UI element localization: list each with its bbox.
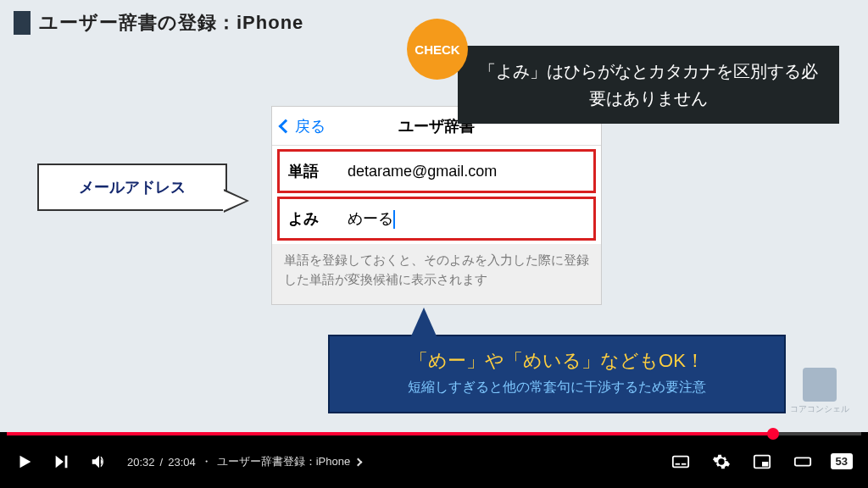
iphone-dictionary-screen: 戻る ユーザ辞書 単語 detarame@gmail.com よみ めーる 単語… bbox=[271, 106, 602, 305]
theater-mode-button[interactable] bbox=[793, 452, 812, 471]
volume-button[interactable] bbox=[90, 452, 108, 471]
back-label: 戻る bbox=[295, 116, 326, 136]
chevron-right-icon bbox=[354, 458, 363, 466]
skip-ad-indicator[interactable]: 53 bbox=[831, 453, 853, 469]
time-display: 20:32 / 23:04 ・ ユーザー辞書登録：iPhone bbox=[127, 454, 361, 469]
svg-rect-2 bbox=[682, 463, 687, 465]
tip-line1: 「めー」や「めいる」などもOK！ bbox=[345, 348, 769, 374]
settings-button[interactable] bbox=[712, 452, 731, 471]
svg-rect-1 bbox=[676, 463, 681, 465]
controls-left: 20:32 / 23:04 ・ ユーザー辞書登録：iPhone bbox=[15, 452, 361, 471]
brand-watermark: コアコンシェル bbox=[790, 368, 849, 415]
word-field-value: detarame@gmail.com bbox=[348, 163, 497, 180]
callout-email-label: メールアドレス bbox=[37, 164, 227, 211]
video-slide: ユーザー辞書の登録：iPhone CHECK 「よみ」はひらがなとカタカナを区別… bbox=[0, 0, 868, 432]
word-field-label: 単語 bbox=[288, 161, 348, 181]
text-cursor bbox=[393, 210, 395, 229]
title-decoration bbox=[14, 11, 31, 35]
svg-rect-5 bbox=[795, 458, 810, 465]
next-button[interactable] bbox=[53, 452, 71, 471]
svg-rect-4 bbox=[762, 462, 768, 467]
duration: 23:04 bbox=[168, 456, 196, 469]
chapter-title[interactable]: ユーザー辞書登録：iPhone bbox=[217, 454, 350, 469]
callout-blue-tip: 「めー」や「めいる」などもOK！ 短縮しすぎると他の常套句に干渉するため要注意 bbox=[328, 335, 786, 413]
back-button[interactable]: 戻る bbox=[281, 116, 326, 136]
chevron-left-icon bbox=[279, 119, 293, 133]
hint-text: 単語を登録しておくと、そのよみを入力した際に登録した単語が変換候補に表示されます bbox=[272, 244, 601, 304]
brand-icon bbox=[803, 368, 837, 402]
tip-line2: 短縮しすぎると他の常套句に干渉するため要注意 bbox=[345, 379, 769, 396]
yomi-field-label: よみ bbox=[288, 208, 348, 229]
controls-right bbox=[671, 452, 853, 471]
player-controls: 20:32 / 23:04 ・ ユーザー辞書登録：iPhone bbox=[0, 435, 868, 488]
check-badge: CHECK bbox=[407, 19, 468, 80]
yomi-field-value: めーる bbox=[348, 208, 395, 229]
play-button[interactable] bbox=[15, 452, 34, 471]
slide-title-bar: ユーザー辞書の登録：iPhone bbox=[14, 10, 303, 36]
yomi-field[interactable]: よみ めーる bbox=[277, 197, 596, 241]
current-time: 20:32 bbox=[127, 456, 155, 469]
brand-text: コアコンシェル bbox=[790, 403, 849, 415]
slide-title: ユーザー辞書の登録：iPhone bbox=[39, 10, 303, 36]
word-field[interactable]: 単語 detarame@gmail.com bbox=[277, 149, 596, 193]
subtitles-button[interactable] bbox=[671, 452, 690, 471]
callout-dark-note: 「よみ」はひらがなとカタカナを区別する必要はありません bbox=[458, 46, 839, 124]
svg-rect-0 bbox=[673, 457, 688, 468]
miniplayer-button[interactable] bbox=[753, 452, 771, 471]
